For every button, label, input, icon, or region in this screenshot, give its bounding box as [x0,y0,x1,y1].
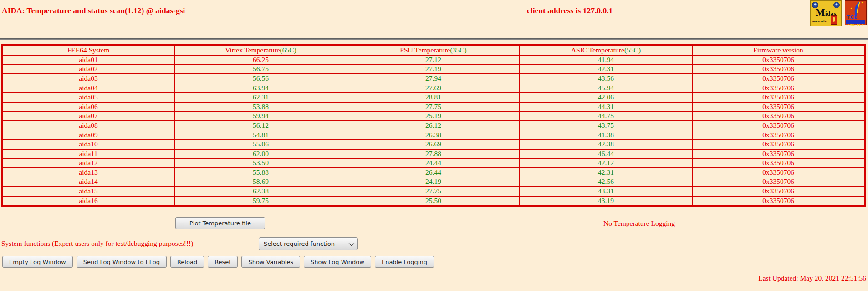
midas-tcl-badge-icon [831,15,837,25]
send-log-to-elog-button[interactable]: Send Log Window to ELog [77,256,167,268]
table-row: aida02 56.75 27.19 42.31 0x3350706 [2,64,865,74]
psu-temp: 24.44 [347,158,520,168]
fee64-name: aida13 [2,168,174,177]
table-row: aida03 56.56 27.94 43.56 0x3350706 [2,74,865,83]
asic-temp: 42.06 [520,93,692,102]
chevron-down-icon [349,240,355,246]
fee64-name: aida08 [2,121,174,130]
firmware-version: 0x3350706 [692,168,865,177]
psu-temp: 27.12 [347,55,520,65]
asic-temp: 44.31 [520,102,692,112]
virtex-temp: 54.81 [174,130,347,140]
table-row: aida05 62.31 28.81 42.06 0x3350706 [2,93,865,102]
asic-temp: 42.38 [520,140,692,149]
table-row: aida11 62.00 27.88 46.44 0x3350706 [2,149,865,159]
fee64-table-body: aida01 66.25 27.12 41.94 0x3350706 aida0… [2,55,865,206]
fee64-name: aida09 [2,130,174,140]
virtex-temp: 66.25 [174,55,347,65]
last-updated-label: Last Updated: May 20, 2021 22:51:56 [758,274,866,282]
virtex-temp: 53.50 [174,158,347,168]
fee64-name: aida06 [2,102,174,112]
fee64-name: aida10 [2,140,174,149]
psu-temp: 25.19 [347,111,520,121]
virtex-temp: 59.75 [174,196,347,206]
show-log-window-button[interactable]: Show Log Window [304,256,371,268]
psu-temp: 27.75 [347,102,520,112]
virtex-temp: 62.00 [174,149,347,159]
column-header-firmware: Firmware version [692,45,865,55]
psu-temp: 26.44 [347,168,520,177]
fee64-name: aida04 [2,83,174,93]
table-row: aida13 55.88 26.44 42.31 0x3350706 [2,168,865,177]
table-row: aida01 66.25 27.12 41.94 0x3350706 [2,55,865,65]
table-row: aida15 62.38 27.75 43.31 0x3350706 [2,187,865,196]
asic-temp: 41.94 [520,55,692,65]
virtex-temp: 63.94 [174,83,347,93]
table-row: aida04 63.94 27.69 45.94 0x3350706 [2,83,865,93]
virtex-temp: 53.88 [174,102,347,112]
column-header-asic: ASIC Temperature(55C) [520,45,692,55]
asic-temp: 43.19 [520,196,692,206]
psu-temp: 27.19 [347,64,520,74]
asic-temp: 42.31 [520,64,692,74]
no-temperature-logging-status: No Temperature Logging [603,219,675,228]
table-row: aida08 56.12 26.12 43.75 0x3350706 [2,121,865,130]
midas-logo[interactable]: Midas powered by [810,0,842,26]
fee64-name: aida12 [2,158,174,168]
enable-logging-button[interactable]: Enable Logging [375,256,434,268]
table-row: aida10 55.06 26.69 42.38 0x3350706 [2,140,865,149]
psu-temp: 26.69 [347,140,520,149]
firmware-version: 0x3350706 [692,111,865,121]
fee64-name: aida05 [2,93,174,102]
psu-temp: 27.75 [347,187,520,196]
table-row: aida14 58.69 24.19 42.56 0x3350706 [2,177,865,187]
virtex-temp: 56.12 [174,121,347,130]
asic-temp: 43.75 [520,121,692,130]
firmware-version: 0x3350706 [692,196,865,206]
virtex-temp: 55.06 [174,140,347,149]
asic-temp: 43.31 [520,187,692,196]
tcl-powered-logo[interactable]: TCL POWERED [845,0,867,25]
table-row: aida09 54.81 26.38 41.38 0x3350706 [2,130,865,140]
firmware-version: 0x3350706 [692,55,865,65]
asic-temp: 46.44 [520,149,692,159]
firmware-version: 0x3350706 [692,64,865,74]
table-row: aida06 53.88 27.75 44.31 0x3350706 [2,102,865,112]
column-header-virtex: Virtex Temperature(65C) [174,45,347,55]
header-divider [0,38,868,40]
fee64-name: aida14 [2,177,174,187]
firmware-version: 0x3350706 [692,177,865,187]
asic-temp: 41.38 [520,130,692,140]
fee64-name: aida03 [2,74,174,83]
virtex-temp: 62.31 [174,93,347,102]
virtex-temp: 56.75 [174,64,347,74]
psu-temp: 25.50 [347,196,520,206]
reset-button[interactable]: Reset [208,256,238,268]
table-row: aida07 59.94 25.19 44.75 0x3350706 [2,111,865,121]
system-functions-label: System functions (Expert users only for … [1,239,193,248]
virtex-temp: 62.38 [174,187,347,196]
show-variables-button[interactable]: Show Variables [241,256,300,268]
reload-button[interactable]: Reload [170,256,204,268]
plot-temperature-file-button[interactable]: Plot Temperature file [175,217,265,229]
fee64-name: aida15 [2,187,174,196]
psu-temp: 26.38 [347,130,520,140]
fee64-temperature-table: FEE64 System Virtex Temperature(65C) PSU… [1,44,866,207]
firmware-version: 0x3350706 [692,130,865,140]
psu-temp: 26.12 [347,121,520,130]
psu-temp: 28.81 [347,93,520,102]
tcl-powered-strip: POWERED [846,20,865,24]
firmware-version: 0x3350706 [692,140,865,149]
empty-log-window-button[interactable]: Empty Log Window [2,256,73,268]
fee64-name: aida02 [2,64,174,74]
virtex-temp: 58.69 [174,177,347,187]
column-header-fee64: FEE64 System [2,45,174,55]
fee64-name: aida16 [2,196,174,206]
psu-temp: 27.69 [347,83,520,93]
firmware-version: 0x3350706 [692,83,865,93]
asic-temp: 43.56 [520,74,692,83]
page-title: AIDA: Temperature and status scan(1.12) … [2,6,185,16]
function-select[interactable]: Select required function [259,237,358,250]
fee64-name: aida01 [2,55,174,65]
asic-temp: 45.94 [520,83,692,93]
